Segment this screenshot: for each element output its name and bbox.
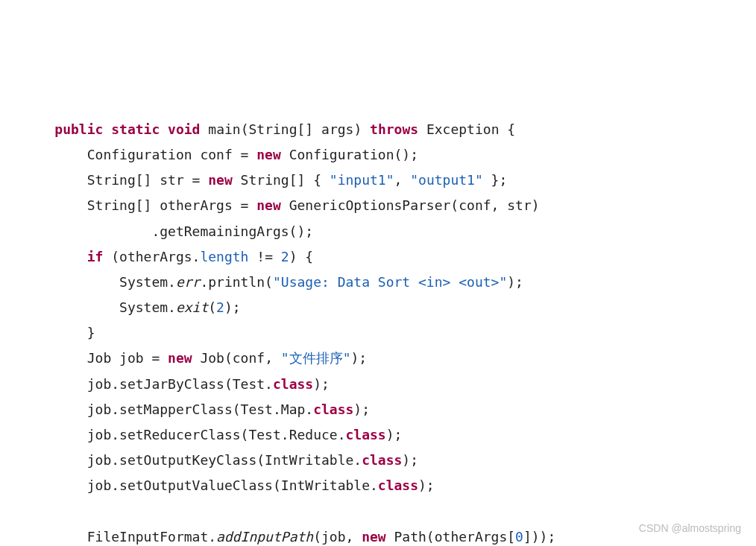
indent <box>22 350 87 366</box>
text: ); <box>386 427 403 442</box>
kw-public: public <box>54 121 103 137</box>
kw-static: static <box>111 121 160 137</box>
number: 0 <box>515 529 523 545</box>
kw-class: class <box>378 477 418 493</box>
indent <box>22 529 87 545</box>
text: String[] { <box>233 172 330 188</box>
text: String[] str = <box>87 172 209 188</box>
indent <box>22 197 87 213</box>
brace-close: } <box>87 325 95 340</box>
kw-class: class <box>362 452 402 468</box>
method-exit: exit <box>176 299 208 315</box>
indent <box>22 376 87 392</box>
indent <box>22 147 87 162</box>
text: ); <box>313 376 330 392</box>
text: ); <box>224 299 241 315</box>
indent <box>22 401 87 417</box>
kw-class: class <box>313 401 353 417</box>
string: "input1" <box>330 172 394 188</box>
text: job.setOutputValueClass(IntWritable. <box>87 477 378 493</box>
indent <box>22 249 87 264</box>
watermark: CSDN @almostspring <box>639 518 741 539</box>
indent <box>22 223 151 239</box>
indent <box>22 452 87 468</box>
indent <box>22 121 54 137</box>
kw-class: class <box>273 376 313 392</box>
text: Path(otherArgs[ <box>386 529 515 545</box>
text: String[] otherArgs = <box>87 197 257 213</box>
method-addInputPath: addInputPath <box>216 529 313 545</box>
text: Configuration conf = <box>87 147 257 162</box>
text: ); <box>353 401 370 417</box>
text: (otherArgs. <box>103 249 200 264</box>
number: 2 <box>281 249 289 264</box>
text: .println( <box>200 274 273 290</box>
field-length: length <box>200 249 248 264</box>
string: "output1" <box>410 172 483 188</box>
kw-class: class <box>345 427 385 442</box>
text: ])); <box>523 529 555 545</box>
field-err: err <box>176 274 201 290</box>
text: }; <box>483 172 508 188</box>
kw-new: new <box>256 197 281 213</box>
indent <box>22 299 119 315</box>
text: ) { <box>289 249 314 264</box>
code-block: public static void main(String[] args) t… <box>22 117 734 546</box>
kw-if: if <box>87 249 104 264</box>
number: 2 <box>216 299 224 315</box>
text: != <box>248 249 280 264</box>
kw-new: new <box>168 350 192 366</box>
indent <box>22 325 87 340</box>
text: Job(conf, <box>192 350 281 366</box>
text: job.setMapperClass(Test.Map. <box>87 401 313 417</box>
kw-new: new <box>362 529 386 545</box>
text: Job job = <box>87 350 168 366</box>
text: System. <box>119 299 176 315</box>
text: ( <box>208 299 216 315</box>
string: "Usage: Data Sort <in> <out>" <box>273 274 507 290</box>
text: Configuration(); <box>281 147 418 162</box>
indent <box>22 274 119 290</box>
text: (job, <box>313 529 362 545</box>
text: System. <box>119 274 176 290</box>
indent <box>22 172 87 188</box>
kw-new: new <box>256 147 281 162</box>
args: (String[] args) <box>241 121 370 137</box>
comma: , <box>394 172 411 188</box>
rest: Exception { <box>418 121 515 137</box>
kw-new: new <box>208 172 233 188</box>
text: job.setJarByClass(Test. <box>87 376 273 392</box>
string: "文件排序" <box>281 350 351 366</box>
indent <box>22 427 87 442</box>
text: ); <box>507 274 523 290</box>
text: FileInputFormat. <box>87 529 216 545</box>
kw-void: void <box>168 121 200 137</box>
text: ); <box>402 452 418 468</box>
text: ); <box>418 477 435 493</box>
text: GenericOptionsParser(conf, str) <box>281 197 540 213</box>
method-name: main <box>208 121 240 137</box>
indent <box>22 477 87 493</box>
text: job.setOutputKeyClass(IntWritable. <box>87 452 362 468</box>
text: job.setReducerClass(Test.Reduce. <box>87 427 346 442</box>
kw-throws: throws <box>370 121 418 137</box>
text: ); <box>351 350 368 366</box>
text: .getRemainingArgs(); <box>151 223 313 239</box>
